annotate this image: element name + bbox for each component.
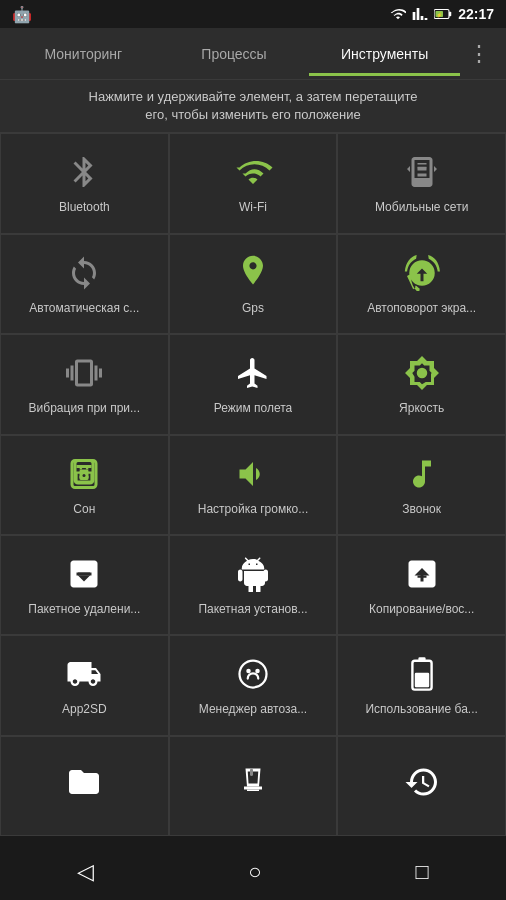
tab-bar: Мониторинг Процессы Инструменты ⋮ <box>0 28 506 80</box>
app2sd-label: App2SD <box>62 702 107 716</box>
flight-icon <box>233 353 273 393</box>
tools-grid: Bluetooth Wi-Fi Мобильные сети <box>0 133 506 835</box>
autostart-label: Менеджер автоза... <box>199 702 307 716</box>
sleep-icon <box>64 454 104 494</box>
svg-rect-1 <box>449 12 451 17</box>
grid-item-autostart[interactable]: Менеджер автоза... <box>169 635 338 735</box>
mobile-networks-label: Мобильные сети <box>375 200 468 214</box>
grid-item-ringtone[interactable]: Звонок <box>337 435 506 535</box>
svg-point-12 <box>246 669 251 674</box>
status-bar: 🤖 ⚡ 22:17 <box>0 0 506 28</box>
svg-rect-16 <box>414 673 428 687</box>
time-display: 22:17 <box>458 6 494 22</box>
vibration-icon <box>64 353 104 393</box>
bluetooth-label: Bluetooth <box>59 200 110 214</box>
svg-point-10 <box>83 474 86 477</box>
history-icon <box>402 762 442 802</box>
grid-item-bluetooth[interactable]: Bluetooth <box>0 133 169 233</box>
gps-icon <box>233 253 273 293</box>
grid-item-history[interactable] <box>337 736 506 836</box>
batch-install-icon <box>233 554 273 594</box>
svg-rect-15 <box>418 658 425 663</box>
instruction-bar: Нажмите и удерживайте элемент, а затем п… <box>0 80 506 133</box>
signal-icon <box>412 6 428 22</box>
flight-mode-label: Режим полета <box>214 401 293 415</box>
battery-usage-label: Использование ба... <box>365 702 477 716</box>
grid-item-app2sd[interactable]: App2SD <box>0 635 169 735</box>
wifi-status-icon <box>390 6 406 22</box>
app2sd-icon <box>64 654 104 694</box>
grid-item-vibration[interactable]: Вибрация при при... <box>0 334 169 434</box>
autostart-icon <box>233 654 273 694</box>
sync-icon <box>64 253 104 293</box>
wifi-label: Wi-Fi <box>239 200 267 214</box>
autorotate-icon <box>402 253 442 293</box>
backup-icon <box>402 554 442 594</box>
battery-status-icon: ⚡ <box>434 7 452 21</box>
bluetooth-icon <box>64 152 104 192</box>
tab-monitoring[interactable]: Мониторинг <box>8 32 159 76</box>
tab-processes[interactable]: Процессы <box>159 32 310 76</box>
auto-sync-label: Автоматическая с... <box>29 301 139 315</box>
grid-item-flight-mode[interactable]: Режим полета <box>169 334 338 434</box>
volume-label: Настройка громко... <box>198 502 308 516</box>
sleep-label: Сон <box>73 502 95 516</box>
grid-item-volume[interactable]: Настройка громко... <box>169 435 338 535</box>
back-button[interactable]: ◁ <box>57 851 114 893</box>
wifi-icon <box>233 152 273 192</box>
folder-icon <box>64 762 104 802</box>
svg-rect-17 <box>250 768 253 776</box>
instruction-text: Нажмите и удерживайте элемент, а затем п… <box>89 89 418 122</box>
svg-point-13 <box>255 669 260 674</box>
batch-uninstall-label: Пакетное удалени... <box>28 602 140 616</box>
grid-item-gps[interactable]: Gps <box>169 234 338 334</box>
vibration-label: Вибрация при при... <box>29 401 140 415</box>
grid-item-batch-uninstall[interactable]: Пакетное удалени... <box>0 535 169 635</box>
svg-text:⚡: ⚡ <box>436 12 443 19</box>
status-left: 🤖 <box>12 5 32 24</box>
mobile-network-icon <box>402 152 442 192</box>
grid-item-wifi[interactable]: Wi-Fi <box>169 133 338 233</box>
volume-icon <box>233 454 273 494</box>
grid-item-batch-install[interactable]: Пакетная установ... <box>169 535 338 635</box>
more-menu-button[interactable]: ⋮ <box>460 27 498 81</box>
grid-item-autorotate[interactable]: Автоповорот экра... <box>337 234 506 334</box>
batch-install-label: Пакетная установ... <box>198 602 307 616</box>
grid-item-file-manager[interactable] <box>0 736 169 836</box>
grid-item-auto-sync[interactable]: Автоматическая с... <box>0 234 169 334</box>
svg-rect-18 <box>247 789 259 791</box>
grid-item-battery-usage[interactable]: Использование ба... <box>337 635 506 735</box>
ringtone-icon <box>402 454 442 494</box>
home-button[interactable]: ○ <box>228 851 281 893</box>
recent-button[interactable]: □ <box>396 851 449 893</box>
svg-point-5 <box>416 368 427 379</box>
grid-item-water[interactable] <box>169 736 338 836</box>
tab-instruments[interactable]: Инструменты <box>309 32 460 76</box>
water-icon <box>233 762 273 802</box>
bottom-nav: ◁ ○ □ <box>0 844 506 900</box>
status-right: ⚡ 22:17 <box>390 6 494 22</box>
ringtone-label: Звонок <box>402 502 441 516</box>
gps-label: Gps <box>242 301 264 315</box>
batch-uninstall-icon <box>64 554 104 594</box>
battery-usage-icon <box>402 654 442 694</box>
grid-item-brightness[interactable]: Яркость <box>337 334 506 434</box>
autorotate-label: Автоповорот экра... <box>367 301 476 315</box>
grid-item-backup[interactable]: Копирование/вос... <box>337 535 506 635</box>
brightness-icon <box>402 353 442 393</box>
android-icon: 🤖 <box>12 5 32 24</box>
brightness-label: Яркость <box>399 401 444 415</box>
grid-item-sleep[interactable]: Сон <box>0 435 169 535</box>
backup-label: Копирование/вос... <box>369 602 474 616</box>
grid-item-mobile-networks[interactable]: Мобильные сети <box>337 133 506 233</box>
